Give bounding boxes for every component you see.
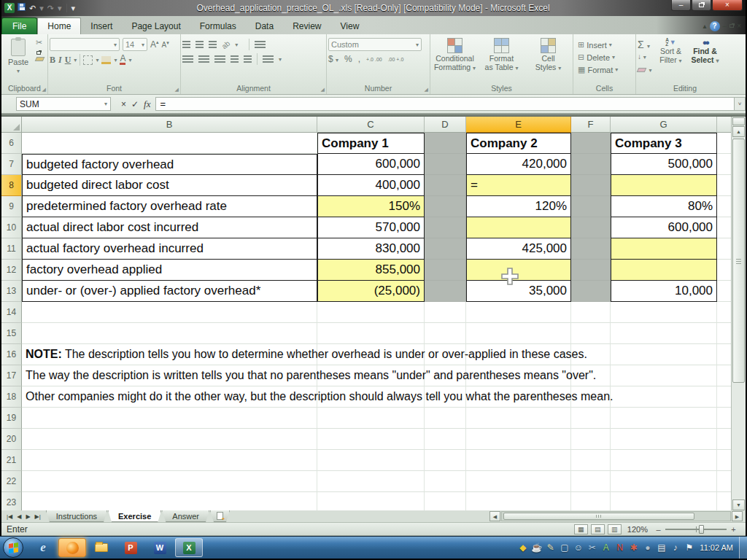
- italic-button[interactable]: I: [58, 55, 62, 66]
- vertical-scroll-thumb[interactable]: [732, 139, 745, 383]
- sheet-tab-exercise[interactable]: Exercise: [108, 510, 161, 522]
- cell-D13[interactable]: [425, 281, 466, 302]
- horizontal-scrollbar[interactable]: ◀ ▶: [489, 510, 746, 522]
- scroll-up-icon[interactable]: ▲: [732, 126, 745, 137]
- cell-C14[interactable]: [317, 302, 425, 323]
- cell-F11[interactable]: [571, 238, 611, 260]
- cell-C8[interactable]: 400,000: [317, 175, 425, 196]
- cell-B11[interactable]: actual factory overhead incurred: [22, 238, 317, 260]
- font-color-dropdown-icon[interactable]: ▾: [128, 57, 131, 63]
- collapse-ribbon-icon[interactable]: ▴: [703, 22, 707, 31]
- cell-D20[interactable]: [425, 429, 466, 450]
- scroll-left-icon[interactable]: ◀: [489, 511, 500, 521]
- restore-button[interactable]: [692, 0, 711, 11]
- customize-qat-button[interactable]: ▾: [71, 3, 77, 13]
- display-icon[interactable]: ▢: [558, 537, 570, 558]
- name-box[interactable]: SUM ▾: [16, 97, 111, 111]
- scroll-right-icon[interactable]: ▶: [732, 511, 743, 521]
- page-layout-view-button[interactable]: ▤: [591, 524, 605, 534]
- cell-D7[interactable]: [425, 154, 466, 175]
- action-center-flag-icon[interactable]: ⚑: [683, 537, 695, 558]
- workbook-minimize-icon[interactable]: –: [723, 22, 727, 31]
- cell-G15[interactable]: [611, 323, 717, 344]
- bold-button[interactable]: B: [50, 55, 55, 66]
- cell-E6[interactable]: Company 2: [466, 133, 571, 154]
- decrease-indent-button[interactable]: [231, 55, 239, 63]
- name-box-dropdown-icon[interactable]: ▾: [104, 101, 107, 107]
- cell-G14[interactable]: [611, 302, 717, 323]
- taskbar-clock[interactable]: 11:02 AM: [700, 543, 733, 552]
- row-header-12[interactable]: 12: [1, 260, 22, 281]
- split-box[interactable]: [732, 117, 745, 125]
- prev-sheet-icon[interactable]: ◀: [17, 513, 21, 520]
- cell-G10[interactable]: 600,000: [611, 217, 717, 238]
- row-header-15[interactable]: 15: [1, 323, 22, 344]
- sheet-tab-instructions[interactable]: Instructions: [46, 510, 107, 522]
- insert-worksheet-tab[interactable]: [210, 510, 230, 522]
- cell-C9[interactable]: 150%: [317, 196, 425, 217]
- cell-G21[interactable]: [611, 450, 717, 471]
- cell-B23[interactable]: [22, 492, 317, 510]
- font-size-combo[interactable]: 14▾: [123, 38, 147, 51]
- cell-E14[interactable]: [466, 302, 571, 323]
- cell-B17[interactable]: The way the description is written tells…: [22, 365, 317, 386]
- cell-D23[interactable]: [425, 492, 466, 510]
- cell-styles-button[interactable]: Cell Styles ▾: [526, 36, 571, 72]
- cell-D8[interactable]: [425, 175, 466, 196]
- cell-F12[interactable]: [571, 260, 611, 281]
- cell-C22[interactable]: [317, 471, 425, 492]
- borders-dropdown-icon[interactable]: ▾: [96, 57, 98, 63]
- zoom-out-icon[interactable]: –: [654, 525, 663, 534]
- row-header-11[interactable]: 11: [1, 238, 22, 260]
- workbook-close-icon[interactable]: ×: [737, 22, 741, 31]
- cell-E8[interactable]: =: [466, 175, 571, 196]
- tab-home[interactable]: Home: [37, 18, 81, 34]
- cell-G13[interactable]: 10,000: [611, 281, 717, 302]
- insert-cells-button[interactable]: ⊞Insert▾: [578, 39, 634, 51]
- cell-C7[interactable]: 600,000: [317, 154, 425, 175]
- cell-B16[interactable]: NOTE: The description tells you how to d…: [22, 344, 317, 365]
- format-cells-button[interactable]: ▦Format▾: [578, 63, 634, 76]
- enter-icon[interactable]: ✓: [131, 99, 139, 109]
- last-sheet-icon[interactable]: ▶|: [35, 513, 41, 520]
- cell-D14[interactable]: [425, 302, 466, 323]
- row-header-7[interactable]: 7: [1, 154, 22, 175]
- row-header-19[interactable]: 19: [1, 408, 22, 429]
- align-top-icon[interactable]: [182, 41, 190, 48]
- borders-button[interactable]: [83, 55, 93, 65]
- formula-input[interactable]: =: [155, 97, 734, 111]
- select-all-corner[interactable]: [1, 117, 22, 133]
- column-header-C[interactable]: C: [317, 117, 425, 133]
- clear-button[interactable]: ▾: [638, 62, 651, 75]
- cell-E21[interactable]: [466, 450, 571, 471]
- cell-D19[interactable]: [425, 408, 466, 429]
- paste-button[interactable]: Paste ▾: [3, 36, 34, 74]
- cell-F19[interactable]: [571, 408, 611, 429]
- cell-E19[interactable]: [466, 408, 571, 429]
- java-icon[interactable]: ☕: [530, 537, 543, 558]
- conditional-formatting-button[interactable]: Conditional Formatting ▾: [433, 36, 478, 72]
- increase-decimal-button[interactable]: +.0 .00: [366, 57, 382, 62]
- cell-D21[interactable]: [425, 450, 466, 471]
- font-name-combo[interactable]: ▾: [50, 38, 120, 51]
- cell-F8[interactable]: [571, 175, 611, 196]
- minimize-button[interactable]: –: [671, 0, 691, 11]
- row-header-22[interactable]: 22: [1, 471, 22, 492]
- save-button[interactable]: [17, 3, 26, 13]
- row-header-20[interactable]: 20: [1, 429, 22, 450]
- next-sheet-icon[interactable]: ▶: [26, 513, 30, 520]
- align-left-button[interactable]: [182, 55, 193, 63]
- cell-D22[interactable]: [425, 471, 466, 492]
- orientation-dropdown-icon[interactable]: ▾: [235, 42, 238, 48]
- cell-G22[interactable]: [611, 471, 717, 492]
- antivirus-icon[interactable]: A: [600, 537, 612, 558]
- cell-G11[interactable]: [611, 238, 717, 260]
- cell-E20[interactable]: [466, 429, 571, 450]
- cell-C15[interactable]: [317, 323, 425, 344]
- cell-G17[interactable]: [611, 365, 717, 386]
- cell-G20[interactable]: [611, 429, 717, 450]
- underline-button[interactable]: U: [65, 55, 71, 66]
- accounting-format-button[interactable]: $ ▾: [328, 54, 338, 64]
- cell-B8[interactable]: budgeted direct labor cost: [22, 175, 317, 196]
- tab-insert[interactable]: Insert: [81, 18, 122, 34]
